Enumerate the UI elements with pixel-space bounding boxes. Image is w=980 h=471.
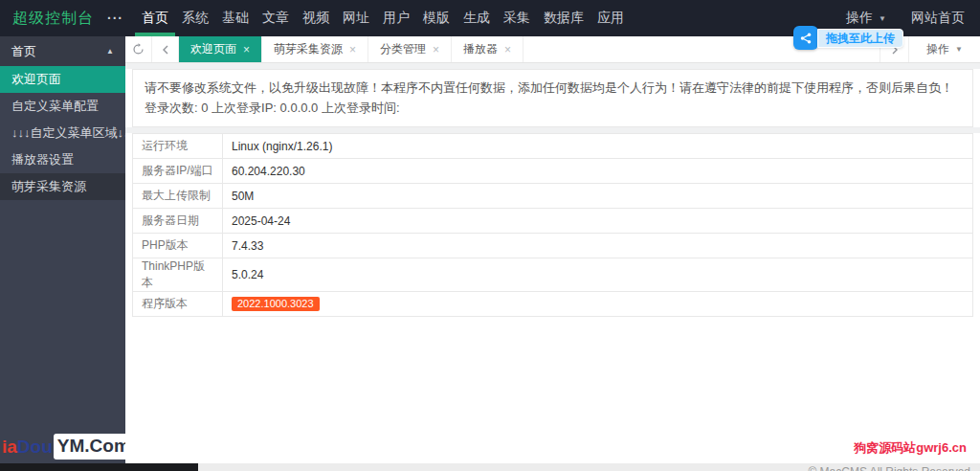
topnav-item-video[interactable]: 视频 <box>296 0 336 36</box>
copyright-text: © MacCMS All Rights Reserved <box>808 465 970 471</box>
row-label: 程序版本 <box>133 292 223 317</box>
tab-category-manage[interactable]: 分类管理 × <box>368 36 452 62</box>
table-row: PHP版本 7.4.33 <box>133 234 973 258</box>
tab-label: 分类管理 <box>380 41 426 57</box>
topnav-item-basic[interactable]: 基础 <box>215 0 256 36</box>
upload-drop-badge[interactable]: 拖拽至此上传 <box>793 26 903 50</box>
horizontal-scrollbar-thumb[interactable] <box>0 463 198 471</box>
close-icon[interactable]: × <box>504 43 511 56</box>
tab-label: 播放器 <box>463 41 498 57</box>
row-value: 2025-04-24 <box>223 209 973 234</box>
sidebar-group-home[interactable]: 首页 ▲ <box>0 36 125 66</box>
logo-part-box: YM.Com <box>54 434 135 460</box>
tab-action-dropdown[interactable]: 操作 ▼ <box>908 36 980 62</box>
topnav-item-system[interactable]: 系统 <box>175 0 215 36</box>
more-dots-icon[interactable]: ··· <box>107 11 123 26</box>
topnav-item-apps[interactable]: 应用 <box>590 0 631 36</box>
topnav-item-collect[interactable]: 采集 <box>497 0 537 36</box>
row-value: 50M <box>223 184 973 209</box>
version-badge: 2022.1000.3023 <box>232 297 320 311</box>
tab-label: 欢迎页面 <box>190 41 236 57</box>
sidebar-item-player-settings[interactable]: 播放器设置 <box>0 146 125 173</box>
row-label: 运行环境 <box>133 134 223 159</box>
tab-action-label: 操作 <box>926 41 949 57</box>
topnav-item-website[interactable]: 网址 <box>336 0 376 36</box>
system-notice: 请不要修改系统文件，以免升级出现故障！本程序不内置任何数据，添加任何数据均是个人… <box>132 69 973 127</box>
caret-down-icon: ▼ <box>955 45 963 54</box>
caret-down-icon: ▼ <box>879 14 886 23</box>
row-label: 最大上传限制 <box>133 184 223 209</box>
site-home-link[interactable]: 网站首页 <box>911 10 965 27</box>
topnav-item-user[interactable]: 用户 <box>376 0 416 36</box>
system-info-table: 运行环境 Linux (nginx/1.26.1) 服务器IP/端口 60.20… <box>132 133 973 317</box>
tab-player[interactable]: 播放器 × <box>452 36 523 62</box>
sidebar-group-title: 首页 <box>11 43 36 60</box>
row-value: 60.204.220.30 <box>223 159 973 184</box>
close-icon[interactable]: × <box>349 43 356 56</box>
content-area: 请不要修改系统文件，以免升级出现故障！本程序不内置任何数据，添加任何数据均是个人… <box>125 63 980 471</box>
row-label: 服务器日期 <box>133 209 223 234</box>
table-row: 运行环境 Linux (nginx/1.26.1) <box>133 134 973 159</box>
row-label: PHP版本 <box>133 234 223 258</box>
sidebar-item-custom-menu-zone[interactable]: ↓↓↓自定义菜单区域↓↓↓ <box>0 120 125 146</box>
row-label: ThinkPHP版本 <box>133 258 223 292</box>
watermark-logo: iaDouYM.Com <box>2 434 135 460</box>
row-value: 2022.1000.3023 <box>223 292 973 317</box>
row-label: 服务器IP/端口 <box>133 159 223 184</box>
topnav-item-database[interactable]: 数据库 <box>537 0 590 36</box>
sidebar-item-mengya-resources[interactable]: 萌芽采集资源 <box>0 173 125 200</box>
table-row: 服务器IP/端口 60.204.220.30 <box>133 159 973 184</box>
main-layout: 首页 ▲ 欢迎页面 自定义菜单配置 ↓↓↓自定义菜单区域↓↓↓ 播放器设置 萌芽… <box>0 36 980 471</box>
row-value: Linux (nginx/1.26.1) <box>223 134 973 159</box>
app-logo: 超级控制台 <box>0 9 94 29</box>
upload-drop-label: 拖拽至此上传 <box>817 29 903 48</box>
topnav-item-home[interactable]: 首页 <box>135 0 175 36</box>
topnav-item-article[interactable]: 文章 <box>256 0 296 36</box>
sidebar-item-custom-menu-config[interactable]: 自定义菜单配置 <box>0 93 125 120</box>
topnav: 首页 系统 基础 文章 视频 网址 用户 模版 生成 采集 数据库 应用 <box>135 0 631 36</box>
logo-part-red: ia <box>2 437 17 458</box>
sidebar: 首页 ▲ 欢迎页面 自定义菜单配置 ↓↓↓自定义菜单区域↓↓↓ 播放器设置 萌芽… <box>0 36 125 471</box>
tab-label: 萌芽采集资源 <box>274 41 343 57</box>
row-value: 7.4.33 <box>223 234 973 258</box>
chevron-left-icon[interactable] <box>152 36 179 62</box>
topnav-item-generate[interactable]: 生成 <box>457 0 497 36</box>
logo-part-blue: Dou <box>17 437 53 458</box>
caret-up-icon: ▲ <box>106 47 114 56</box>
refresh-icon[interactable] <box>125 36 152 62</box>
table-row: ThinkPHP版本 5.0.24 <box>133 258 973 292</box>
sidebar-item-welcome[interactable]: 欢迎页面 <box>0 66 125 93</box>
row-value: 5.0.24 <box>223 258 973 292</box>
topbar-action-dropdown[interactable]: 操作 ▼ <box>846 10 886 27</box>
topnav-item-template[interactable]: 模版 <box>416 0 457 36</box>
share-upload-icon <box>793 26 818 50</box>
table-row: 服务器日期 2025-04-24 <box>133 209 973 234</box>
close-icon[interactable]: × <box>243 43 250 56</box>
notice-line-1: 请不要修改系统文件，以免升级出现故障！本程序不内置任何数据，添加任何数据均是个人… <box>145 78 961 98</box>
notice-line-2: 登录次数: 0 上次登录IP: 0.0.0.0 上次登录时间: <box>145 98 961 118</box>
footer-site-link[interactable]: 狗窝源码站gwrj6.cn <box>854 439 967 457</box>
table-row: 最大上传限制 50M <box>133 184 973 209</box>
tab-welcome[interactable]: 欢迎页面 × <box>179 36 262 62</box>
tab-mengya-resources[interactable]: 萌芽采集资源 × <box>262 36 368 62</box>
topbar-action-label: 操作 <box>846 10 873 27</box>
right-column: 欢迎页面 × 萌芽采集资源 × 分类管理 × 播放器 × <box>125 36 980 471</box>
admin-console-page: 超级控制台 ··· 首页 系统 基础 文章 视频 网址 用户 模版 生成 采集 … <box>0 0 980 471</box>
table-row: 程序版本 2022.1000.3023 <box>133 292 973 317</box>
topbar-right: 操作 ▼ 网站首页 <box>846 10 980 27</box>
close-icon[interactable]: × <box>433 43 439 56</box>
